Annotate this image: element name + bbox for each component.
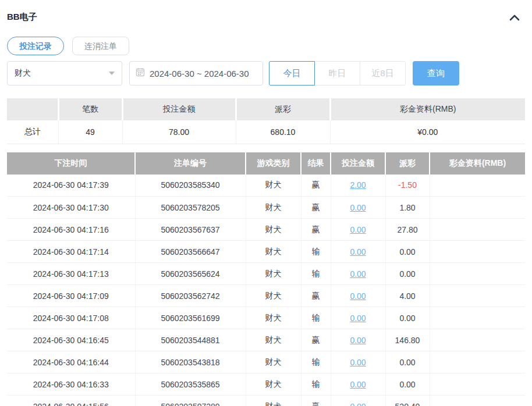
cell-payout: 520.40 <box>385 396 430 406</box>
bet-amount-link[interactable]: 0.00 <box>350 291 366 301</box>
cell-order-number: 5060203578205 <box>135 197 246 219</box>
summary-header-payout: 派彩 <box>236 98 330 120</box>
bet-amount-link[interactable]: 0.00 <box>350 225 366 234</box>
cell-payout: 0.00 <box>385 307 430 329</box>
cell-order-number: 5060203561699 <box>135 307 246 329</box>
cell-bet-time: 2024-06-30 04:17:30 <box>7 197 135 219</box>
summary-total-row: 总计 49 78.00 680.10 ¥0.00 <box>7 120 525 144</box>
cell-bonus <box>430 219 525 241</box>
cell-game-type: 财犬 <box>246 197 301 219</box>
table-row: 2024-06-30 04:15:565060203507289财犬赢0.005… <box>7 396 525 406</box>
summary-header-bet-amount: 投注金额 <box>122 98 236 120</box>
caret-down-icon <box>109 72 115 75</box>
cell-bet-amount: 0.00 <box>331 285 385 307</box>
cell-bet-amount: 0.00 <box>331 351 385 373</box>
cell-order-number: 5060203507289 <box>135 396 246 406</box>
cell-bet-time: 2024-06-30 04:16:44 <box>7 351 135 373</box>
game-select[interactable]: 财犬 <box>7 61 122 86</box>
cell-game-type: 财犬 <box>246 174 301 197</box>
quick-range-last8days[interactable]: 近8日 <box>360 61 406 86</box>
bet-amount-link[interactable]: 0.00 <box>350 314 366 323</box>
date-range-picker[interactable]: 2024-06-30 ~ 2024-06-30 <box>129 61 263 86</box>
records-header-game-type: 游戏类别 <box>246 152 301 174</box>
cell-payout: -1.50 <box>385 174 430 197</box>
cell-payout: 27.80 <box>385 219 430 241</box>
summary-table: 笔数 投注金额 派彩 彩金资料(RMB) 总计 49 78.00 680.10 … <box>7 98 525 144</box>
cell-bet-amount: 0.00 <box>331 197 385 219</box>
records-header-result: 结果 <box>301 152 331 174</box>
cell-order-number: 5060203544881 <box>135 329 246 351</box>
table-row: 2024-06-30 04:16:455060203544881财犬赢0.001… <box>7 329 525 351</box>
cell-payout: 0.00 <box>385 351 430 373</box>
cell-bonus <box>430 307 525 329</box>
summary-header-row: 笔数 投注金额 派彩 彩金资料(RMB) <box>7 98 525 120</box>
bet-amount-link[interactable]: 2.00 <box>350 180 366 190</box>
cell-result: 赢 <box>301 174 331 197</box>
quick-range-today[interactable]: 今日 <box>269 61 315 86</box>
cell-result: 赢 <box>301 197 331 219</box>
cell-game-type: 财犬 <box>246 373 301 396</box>
cell-bonus <box>430 329 525 351</box>
records-tbody: 2024-06-30 04:17:395060203585340财犬赢2.00-… <box>7 174 525 406</box>
cell-order-number: 5060203562742 <box>135 285 246 307</box>
cell-order-number: 5060203585340 <box>135 174 246 197</box>
cell-order-number: 5060203566647 <box>135 241 246 263</box>
cell-payout: 4.00 <box>385 285 430 307</box>
cell-payout: 146.80 <box>385 329 430 351</box>
tab-cancelled-orders[interactable]: 连消注单 <box>72 37 129 55</box>
table-row: 2024-06-30 04:17:145060203566647财犬输0.000… <box>7 241 525 263</box>
chevron-up-icon <box>509 15 520 23</box>
cell-order-number: 5060203567637 <box>135 219 246 241</box>
table-row: 2024-06-30 04:17:135060203565624财犬输0.000… <box>7 263 525 285</box>
summary-total-count: 49 <box>58 120 122 144</box>
table-row: 2024-06-30 04:17:095060203562742财犬赢0.004… <box>7 285 525 307</box>
cell-bet-time: 2024-06-30 04:17:13 <box>7 263 135 285</box>
page-title: BB电子 <box>7 12 37 23</box>
records-header-row: 下注时间 注单编号 游戏类别 结果 投注金额 派彩 彩金资料(RMB) <box>7 152 525 174</box>
cell-bet-amount: 0.00 <box>331 373 385 396</box>
cell-game-type: 财犬 <box>246 263 301 285</box>
cell-bet-amount: 2.00 <box>331 174 385 197</box>
cell-bonus <box>430 197 525 219</box>
bet-amount-link[interactable]: 0.00 <box>350 358 366 367</box>
bet-amount-link[interactable]: 0.00 <box>350 380 366 389</box>
quick-range-yesterday[interactable]: 昨日 <box>314 61 360 86</box>
tab-betting-records[interactable]: 投注记录 <box>7 37 64 55</box>
cell-bonus <box>430 263 525 285</box>
bet-amount-link[interactable]: 0.00 <box>350 203 366 212</box>
cell-bet-time: 2024-06-30 04:17:08 <box>7 307 135 329</box>
cell-order-number: 5060203543818 <box>135 351 246 373</box>
cell-bet-time: 2024-06-30 04:17:16 <box>7 219 135 241</box>
bet-amount-link[interactable]: 0.00 <box>350 402 366 406</box>
cell-bet-time: 2024-06-30 04:16:45 <box>7 329 135 351</box>
panel-header: BB电子 <box>0 0 532 23</box>
cell-bet-time: 2024-06-30 04:15:56 <box>7 396 135 406</box>
records-header-bet-time: 下注时间 <box>7 152 135 174</box>
collapse-panel-button[interactable] <box>508 12 522 23</box>
summary-header-count: 笔数 <box>58 98 122 120</box>
query-button[interactable]: 查询 <box>413 61 459 86</box>
records-header-bet-amount: 投注金额 <box>331 152 385 174</box>
cell-order-number: 5060203535865 <box>135 373 246 396</box>
bet-amount-link[interactable]: 0.00 <box>350 269 366 279</box>
cell-game-type: 财犬 <box>246 219 301 241</box>
cell-game-type: 财犬 <box>246 307 301 329</box>
cell-bonus <box>430 241 525 263</box>
cell-result: 输 <box>301 307 331 329</box>
date-range-value: 2024-06-30 ~ 2024-06-30 <box>150 69 249 79</box>
cell-bet-amount: 0.00 <box>331 219 385 241</box>
cell-bet-time: 2024-06-30 04:16:33 <box>7 373 135 396</box>
summary-header-bonus: 彩金资料(RMB) <box>330 98 525 120</box>
bet-amount-link[interactable]: 0.00 <box>350 336 366 345</box>
table-row: 2024-06-30 04:17:305060203578205财犬赢0.001… <box>7 197 525 219</box>
cell-bet-time: 2024-06-30 04:17:14 <box>7 241 135 263</box>
cell-bonus <box>430 351 525 373</box>
cell-game-type: 财犬 <box>246 285 301 307</box>
summary-total-payout: 680.10 <box>236 120 330 144</box>
bet-amount-link[interactable]: 0.00 <box>350 247 366 257</box>
cell-game-type: 财犬 <box>246 241 301 263</box>
cell-payout: 0.00 <box>385 373 430 396</box>
cell-result: 赢 <box>301 329 331 351</box>
cell-bet-time: 2024-06-30 04:17:39 <box>7 174 135 197</box>
record-type-tabs: 投注记录 连消注单 <box>0 23 532 55</box>
